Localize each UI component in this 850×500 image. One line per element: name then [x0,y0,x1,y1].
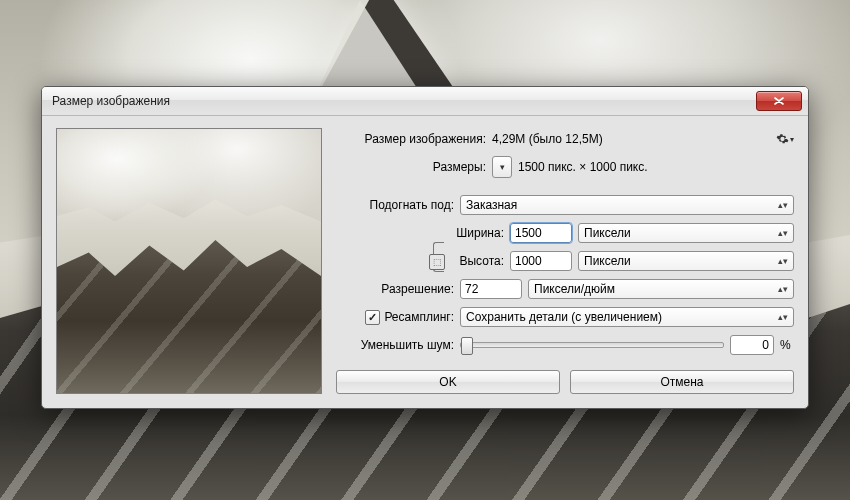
link-icon: ⬚ [429,254,445,270]
row-height: Высота: Пиксели ▴▾ [448,250,794,272]
row-dimensions: Размеры: ▾ 1500 пикс. × 1000 пикс. [336,156,794,178]
row-reduce-noise: Уменьшить шум: % [336,334,794,356]
label-resample: Ресамплинг: [384,310,454,324]
dialog-button-row: OK Отмена [336,370,794,394]
input-height[interactable] [510,251,572,271]
chevron-down-icon: ▾ [500,162,505,172]
label-height: Высота: [448,254,504,268]
updown-icon: ▴▾ [778,256,788,266]
input-reduce-noise[interactable] [730,335,774,355]
select-fit-to[interactable]: Заказная ▴▾ [460,195,794,215]
value-dimensions: 1500 пикс. × 1000 пикс. [518,160,648,174]
input-resolution[interactable] [460,279,522,299]
dimension-link-group: ⬚ Ширина: Пиксели ▴▾ Высота: [336,222,794,272]
gear-dropdown-indicator: ▾ [790,135,794,144]
row-resample: Ресамплинг: Сохранить детали (с увеличен… [336,306,794,328]
image-preview[interactable] [56,128,322,394]
cancel-button[interactable]: Отмена [570,370,794,394]
label-dimensions: Размеры: [336,160,486,174]
updown-icon: ▴▾ [778,228,788,238]
updown-icon: ▴▾ [778,200,788,210]
close-button[interactable] [756,91,802,111]
updown-icon: ▴▾ [778,284,788,294]
row-resolution: Разрешение: Пиксели/дюйм ▴▾ [336,278,794,300]
label-resolution: Разрешение: [336,282,454,296]
select-resolution-unit-value: Пиксели/дюйм [534,282,615,296]
checkbox-resample[interactable] [365,310,380,325]
ok-button[interactable]: OK [336,370,560,394]
slider-reduce-noise[interactable] [460,342,724,348]
select-height-unit[interactable]: Пиксели ▴▾ [578,251,794,271]
ok-button-label: OK [439,375,456,389]
slider-thumb[interactable] [461,337,473,355]
close-icon [774,97,784,105]
input-width[interactable] [510,223,572,243]
select-resolution-unit[interactable]: Пиксели/дюйм ▴▾ [528,279,794,299]
select-width-unit[interactable]: Пиксели ▴▾ [578,223,794,243]
image-size-dialog: Размер изображения Размер изображения: 4… [41,86,809,409]
select-resample-method[interactable]: Сохранить детали (с увеличением) ▴▾ [460,307,794,327]
label-noise-percent: % [780,338,794,352]
dialog-titlebar[interactable]: Размер изображения [42,87,808,116]
row-image-size: Размер изображения: 4,29M (было 12,5M) ▾ [336,128,794,150]
value-image-size: 4,29M (было 12,5M) [492,132,770,146]
row-fit-to: Подогнать под: Заказная ▴▾ [336,194,794,216]
gear-icon [776,132,789,146]
settings-gear-button[interactable]: ▾ [776,130,794,148]
label-fit-to: Подогнать под: [336,198,454,212]
spacer [336,184,794,188]
select-fit-to-value: Заказная [466,198,517,212]
updown-icon: ▴▾ [778,312,788,322]
cancel-button-label: Отмена [660,375,703,389]
constrain-proportions-toggle[interactable]: ⬚ [432,242,444,252]
dialog-body: Размер изображения: 4,29M (было 12,5M) ▾… [42,116,808,408]
select-resample-method-value: Сохранить детали (с увеличением) [466,310,662,324]
dimensions-unit-dropdown[interactable]: ▾ [492,156,512,178]
select-width-unit-value: Пиксели [584,226,631,240]
settings-panel: Размер изображения: 4,29M (было 12,5M) ▾… [336,128,794,394]
select-height-unit-value: Пиксели [584,254,631,268]
label-width: Ширина: [448,226,504,240]
row-width: Ширина: Пиксели ▴▾ [448,222,794,244]
dialog-title: Размер изображения [52,94,756,108]
label-image-size: Размер изображения: [336,132,486,146]
label-reduce-noise: Уменьшить шум: [336,338,454,352]
